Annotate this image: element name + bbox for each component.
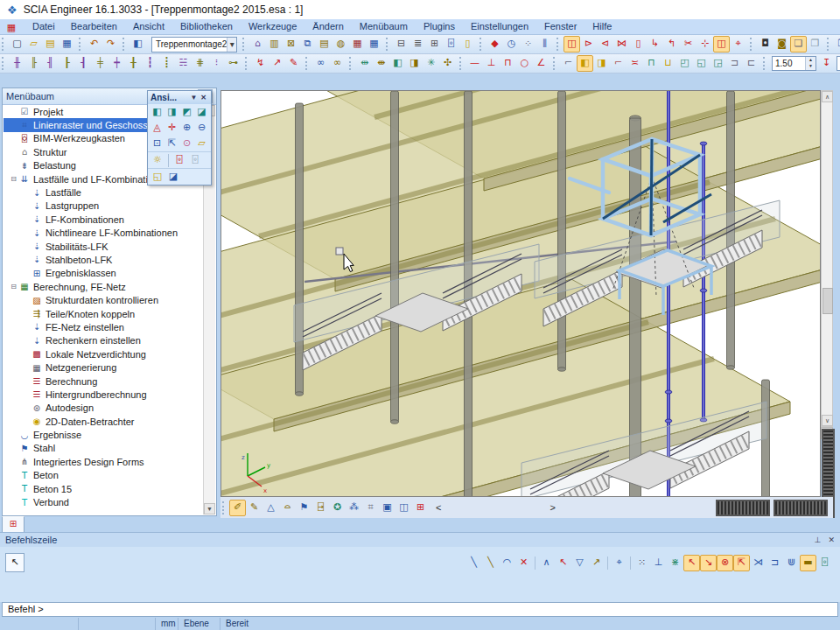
load-display-icon[interactable]: ⍈	[312, 500, 329, 516]
tree-item-rechenkern-einstellen[interactable]: ⇣Rechenkern einstellen	[4, 334, 204, 347]
disconnect-members-icon[interactable]: ∞	[329, 55, 346, 72]
plate-tool-icon[interactable]: ◧	[577, 55, 593, 72]
tree-item-lokale-netzverdichtung[interactable]: ▩Lokale Netzverdichtung	[4, 347, 204, 360]
tree-item-2d-daten-betrachter[interactable]: ◉2D-Daten-Betrachter	[4, 415, 204, 428]
trim-member-icon[interactable]: ┨	[75, 55, 92, 72]
mirror-member-icon[interactable]: ┿	[108, 55, 125, 72]
zoom-selection-icon[interactable]: ⊙	[179, 136, 194, 151]
view-front-icon[interactable]: ◨	[164, 104, 179, 120]
save-icon[interactable]: ▦	[59, 36, 75, 52]
paste-special-icon[interactable]: ✣	[439, 55, 456, 72]
layer-edit-icon[interactable]: ◙	[774, 36, 790, 52]
print-icon[interactable]: ⊟	[393, 36, 410, 52]
angle-icon[interactable]: ∠	[533, 55, 550, 72]
copy-properties-icon[interactable]: ⧉	[299, 36, 316, 52]
snap-endpoint-icon[interactable]: ↖	[683, 555, 700, 571]
polyline-edit-icon[interactable]: ☵	[175, 55, 192, 72]
menu-bearbeiten[interactable]: Bearbeiten	[63, 19, 125, 34]
calculator-icon[interactable]: ⊞	[426, 36, 443, 52]
viewport-vertical-scrollbar[interactable]: ∧ ∨	[821, 90, 833, 427]
combobox-dropdown-icon[interactable]: ▾	[227, 38, 236, 52]
view-side-icon[interactable]: ◩	[179, 104, 194, 120]
tree-item-stabilitäts-lfk[interactable]: ⇣Stabilitäts-LFK	[4, 240, 204, 253]
scale-factor-spinner[interactable]: 2.00 ▲▼	[836, 56, 840, 71]
tree-item-ergebnisklassen[interactable]: ⊞Ergebnisklassen	[4, 267, 204, 280]
tree-item-lastgruppen[interactable]: ⇣Lastgruppen	[4, 200, 204, 213]
document-window-icon[interactable]: ▦	[4, 21, 19, 33]
render-toggle-icon[interactable]: ✎	[246, 500, 262, 516]
status-units[interactable]: mm	[156, 618, 178, 630]
coordinates-table-icon[interactable]: ⌻	[816, 555, 833, 571]
vertex-down-icon[interactable]: ▽	[571, 555, 588, 571]
select-add-icon[interactable]: ⊳	[580, 36, 597, 52]
window-cascade-icon[interactable]: ❐	[834, 36, 840, 52]
tree-item-lastfälle[interactable]: ⇣Lastfälle	[4, 186, 204, 199]
menu-hilfe[interactable]: Hilfe	[584, 19, 620, 34]
view-manager-icon[interactable]: ▱	[194, 136, 209, 151]
opening-tool-icon[interactable]: ◨	[593, 55, 610, 72]
menu-aendern[interactable]: Ändern	[304, 19, 351, 34]
stretch-member-icon[interactable]: ╂	[125, 55, 142, 72]
curve-edit-icon[interactable]: ↗	[269, 55, 285, 72]
redo-icon[interactable]: ↷	[102, 36, 119, 52]
zoom-out-icon[interactable]: ⊖	[194, 120, 209, 136]
node-display-icon[interactable]: △	[262, 500, 279, 516]
break-line-icon[interactable]: ↯	[252, 55, 269, 72]
rotation-bar-horizontal-1[interactable]	[716, 500, 770, 516]
select-polygon-icon[interactable]: ↳	[647, 36, 663, 52]
tree-item-netzgenerierung[interactable]: ▦Netzgenerierung	[4, 360, 204, 374]
connect-members-icon[interactable]: ∞	[312, 55, 329, 72]
clip-box-icon[interactable]: ◱	[150, 169, 165, 185]
circle-icon[interactable]: ○	[516, 55, 533, 72]
label-display-icon[interactable]: ⚑	[296, 500, 312, 516]
view-restore-icon[interactable]: ⌻	[187, 152, 203, 168]
palette-close-icon[interactable]: ✕	[199, 94, 208, 102]
snap-midpoint-icon[interactable]: ↘	[700, 555, 717, 571]
copy-member-icon[interactable]: ╟	[25, 55, 42, 72]
cursor-snap-icon[interactable]: ⌖	[611, 555, 627, 571]
menu-fenster[interactable]: Fenster	[536, 19, 584, 34]
snap-curve-icon[interactable]: ⋓	[783, 555, 800, 571]
viewbox-display-icon[interactable]: ◫	[396, 500, 412, 516]
pan-left-icon[interactable]: <	[430, 502, 446, 513]
table-composer-icon[interactable]: ▦	[366, 36, 382, 52]
select-by-property-icon[interactable]: ◫	[713, 36, 730, 52]
new-document-icon[interactable]: ▢	[9, 36, 25, 52]
prestress-tool-icon[interactable]: ◲	[710, 55, 726, 72]
activity-filter-off-icon[interactable]: ❐	[807, 36, 823, 52]
view-save-icon[interactable]: ⌻	[172, 152, 187, 168]
wireframe-toggle-icon[interactable]: ✐	[229, 500, 246, 516]
tree-item-beton-15[interactable]: TBeton 15	[4, 482, 204, 495]
wall-corner-icon[interactable]: ◰	[676, 55, 693, 72]
layers-icon[interactable]: ◘	[757, 36, 774, 52]
scrollbar-thumb[interactable]	[822, 288, 833, 314]
structure-display-icon[interactable]: ⁂	[346, 500, 362, 516]
project-settings-icon[interactable]: ⌂	[249, 36, 266, 52]
divide-member-icon[interactable]: ╢	[42, 55, 59, 72]
spinner-arrows-icon[interactable]: ▲▼	[805, 57, 816, 70]
tree-item-fe-netz-einstellen[interactable]: ⇣FE-Netz einstellen	[4, 320, 204, 333]
tree-item-teile-knoten-koppeln[interactable]: ⇶Teile/Knoten koppeln	[4, 307, 204, 320]
vertex-up-icon[interactable]: ∧	[538, 555, 555, 571]
palette-dropdown-icon[interactable]: ▼	[189, 94, 199, 102]
line-grid-snap-icon[interactable]: ⊥	[650, 555, 667, 571]
tree-item-integriertes-design-forms[interactable]: ⋔Integriertes Design Forms	[4, 455, 204, 468]
scroll-up-icon[interactable]: ∧	[822, 91, 833, 102]
snap-orthogonal-icon[interactable]: ⇱	[733, 555, 750, 571]
tree-item-berechnung[interactable]: ☰Berechnung	[4, 374, 204, 388]
array-copy-icon[interactable]: ✳	[423, 55, 439, 72]
view-top-icon[interactable]: ◧	[150, 104, 164, 120]
delete-icon[interactable]: ✕	[515, 555, 532, 571]
dimension-lines-icon[interactable]: ▬	[800, 555, 816, 571]
tree-item-berechnung-fe-netz[interactable]: ⊟▦Berechnung, FE-Netz	[4, 280, 204, 293]
rotate-member-icon[interactable]: ┇	[142, 55, 158, 72]
tree-item-autodesign[interactable]: ⊛Autodesign	[4, 402, 204, 415]
column-head-icon[interactable]: ⊐	[726, 55, 743, 72]
rotation-bar-horizontal-2[interactable]	[774, 500, 828, 516]
save-all-icon[interactable]: ▤	[42, 36, 59, 52]
perpendicular-icon[interactable]: ⊥	[483, 55, 500, 72]
xml-export-icon[interactable]: ⊠	[283, 36, 299, 52]
section-icon[interactable]: ⫼	[536, 36, 553, 52]
select-single-icon[interactable]: ◫	[564, 36, 580, 52]
menu-ansicht[interactable]: Ansicht	[125, 19, 172, 34]
